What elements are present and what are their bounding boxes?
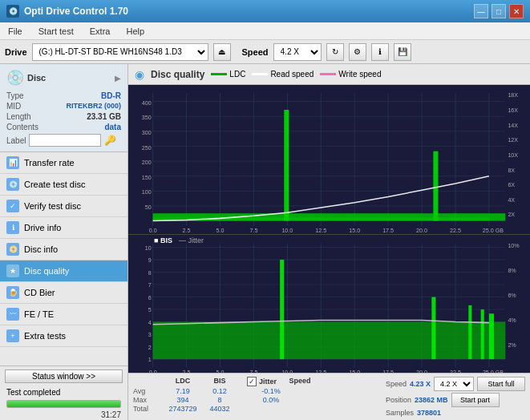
stats-bis-header: BIS xyxy=(204,377,236,386)
sidebar-item-create-test-disc[interactable]: 💿 Create test disc xyxy=(0,174,127,196)
svg-text:22.5: 22.5 xyxy=(450,227,461,234)
disc-length-label: Length xyxy=(6,112,31,121)
svg-rect-79 xyxy=(481,309,484,359)
disc-panel: 💿 Disc ▶ Type BD-R MID RITEKBR2 (000) Le… xyxy=(0,64,127,152)
bottom-chart-svg: 10 9 8 7 6 5 4 3 2 1 10% 8% 6% 4% 2% xyxy=(128,235,530,373)
stats-table: LDC BIS ✓ Jitter Speed Avg 7.19 0.12 xyxy=(133,377,320,413)
info-button[interactable]: ℹ xyxy=(371,43,389,61)
menu-file[interactable]: File xyxy=(5,26,26,37)
speed-label: Speed xyxy=(386,380,407,388)
sidebar-item-drive-info[interactable]: ℹ Drive info xyxy=(0,217,127,239)
disc-mid-row: MID RITEKBR2 (000) xyxy=(6,102,121,111)
top-chart-svg: 400 350 300 250 200 150 100 50 18X 16X 1… xyxy=(128,85,530,234)
svg-rect-0 xyxy=(128,85,530,234)
menu-extra[interactable]: Extra xyxy=(87,26,114,37)
stats-max-jitter: 0.0% xyxy=(247,396,295,404)
svg-rect-22 xyxy=(284,110,289,220)
svg-text:14X: 14X xyxy=(508,122,518,129)
status-progress-bar xyxy=(6,400,121,408)
sidebar-item-cd-bier[interactable]: 🍺 CD Bier xyxy=(0,282,127,304)
titlebar-title-area: 💿 Opti Drive Control 1.70 xyxy=(6,5,128,18)
position-label: Position xyxy=(386,396,411,404)
app-title: Opti Drive Control 1.70 xyxy=(24,6,128,17)
svg-text:20.0: 20.0 xyxy=(416,369,427,373)
legend-write: Write speed xyxy=(320,70,381,79)
legend-ldc-color xyxy=(211,73,227,75)
disc-label-input[interactable] xyxy=(29,134,101,147)
speed-dropdown-select[interactable]: 4.2 X xyxy=(434,377,474,391)
svg-rect-76 xyxy=(280,260,284,359)
legend-ldc-label: LDC xyxy=(229,70,245,79)
svg-text:100: 100 xyxy=(142,188,152,196)
sidebar-item-cd-bier-label: CD Bier xyxy=(24,288,55,297)
verify-test-disc-icon: ✓ xyxy=(6,200,19,212)
svg-text:5: 5 xyxy=(148,306,152,313)
save-button[interactable]: 💾 xyxy=(394,43,411,61)
position-value: 23862 MB xyxy=(415,396,448,404)
stats-avg-label: Avg xyxy=(133,387,162,395)
minimize-button[interactable]: — xyxy=(474,4,488,18)
disc-title: Disc xyxy=(27,73,46,83)
sidebar-item-fe-te[interactable]: 〰 FE / TE xyxy=(0,304,127,325)
sidebar-item-disc-info[interactable]: 📀 Disc info xyxy=(0,239,127,260)
maximize-button[interactable]: □ xyxy=(492,4,506,18)
svg-text:10%: 10% xyxy=(508,242,520,249)
position-row: Position 23862 MB Start part xyxy=(386,393,525,407)
svg-text:18X: 18X xyxy=(508,91,518,99)
stats-max-label: Max xyxy=(133,396,162,404)
svg-text:6X: 6X xyxy=(508,181,515,188)
speed-select[interactable]: 4.2 X xyxy=(273,43,322,61)
disc-type-value: BD-R xyxy=(101,91,121,100)
disc-mid-value: RITEKBR2 (000) xyxy=(66,102,121,111)
svg-text:10: 10 xyxy=(145,244,152,252)
disc-length-value: 23.31 GB xyxy=(87,112,121,121)
svg-text:17.5: 17.5 xyxy=(382,227,394,234)
stats-total-row: Total 2743729 44032 xyxy=(133,405,320,413)
refresh-button[interactable]: ↻ xyxy=(326,43,344,61)
svg-text:22.5: 22.5 xyxy=(450,369,461,373)
svg-text:15.0: 15.0 xyxy=(349,369,360,373)
menu-help[interactable]: Help xyxy=(123,26,148,37)
svg-text:300: 300 xyxy=(142,129,152,136)
svg-text:12X: 12X xyxy=(508,136,518,143)
stats-max-bis: 8 xyxy=(204,396,236,404)
jitter-checkbox[interactable]: ✓ xyxy=(247,377,257,386)
sidebar-item-extra-tests-label: Extra tests xyxy=(24,331,66,341)
jitter-label: — Jitter xyxy=(179,236,204,244)
status-window-button[interactable]: Status window >> xyxy=(5,370,123,383)
stats-speed-header: Speed xyxy=(280,377,320,386)
sidebar-item-drive-info-label: Drive info xyxy=(24,223,61,232)
disc-label-edit-icon[interactable]: 🔑 xyxy=(104,135,116,146)
close-button[interactable]: ✕ xyxy=(509,4,524,18)
start-full-button[interactable]: Start full xyxy=(477,377,525,391)
stats-max-ldc: 394 xyxy=(162,396,204,404)
disc-type-label: Type xyxy=(6,91,24,100)
drive-select[interactable]: (G:) HL-DT-ST BD-RE WH16NS48 1.D3 xyxy=(32,43,208,61)
sidebar-item-disc-quality[interactable]: ★ Disc quality xyxy=(0,260,127,282)
menu-start-test[interactable]: Start test xyxy=(35,26,77,37)
chart-header-icon: ◉ xyxy=(135,68,144,81)
bottom-chart: ■ BIS — Jitter xyxy=(128,235,530,373)
speed-label: Speed xyxy=(242,47,269,57)
legend-write-label: Write speed xyxy=(338,70,381,79)
start-part-button[interactable]: Start part xyxy=(451,393,500,407)
eject-button[interactable]: ⏏ xyxy=(213,43,231,61)
settings-button[interactable]: ⚙ xyxy=(349,43,366,61)
stats-ldc-header: LDC xyxy=(162,377,204,386)
svg-text:5.0: 5.0 xyxy=(216,369,225,373)
sidebar-item-fe-te-label: FE / TE xyxy=(24,309,54,319)
transfer-rate-icon: 📊 xyxy=(6,156,19,169)
menubar: File Start test Extra Help xyxy=(0,22,530,40)
main-layout: 💿 Disc ▶ Type BD-R MID RITEKBR2 (000) Le… xyxy=(0,64,530,420)
svg-text:200: 200 xyxy=(142,159,152,166)
sidebar-item-verify-test-disc[interactable]: ✓ Verify test disc xyxy=(0,196,127,217)
sidebar-item-transfer-rate[interactable]: 📊 Transfer rate xyxy=(0,152,127,174)
disc-contents-label: Contents xyxy=(6,123,38,131)
disc-label-row: Label 🔑 xyxy=(6,134,121,147)
stats-total-ldc: 2743729 xyxy=(162,405,204,413)
charts-container: 400 350 300 250 200 150 100 50 18X 16X 1… xyxy=(128,85,530,373)
svg-text:15.0: 15.0 xyxy=(349,227,360,234)
disc-contents-value: data xyxy=(104,123,121,131)
app-icon: 💿 xyxy=(6,5,19,18)
sidebar-item-extra-tests[interactable]: + Extra tests xyxy=(0,325,127,347)
